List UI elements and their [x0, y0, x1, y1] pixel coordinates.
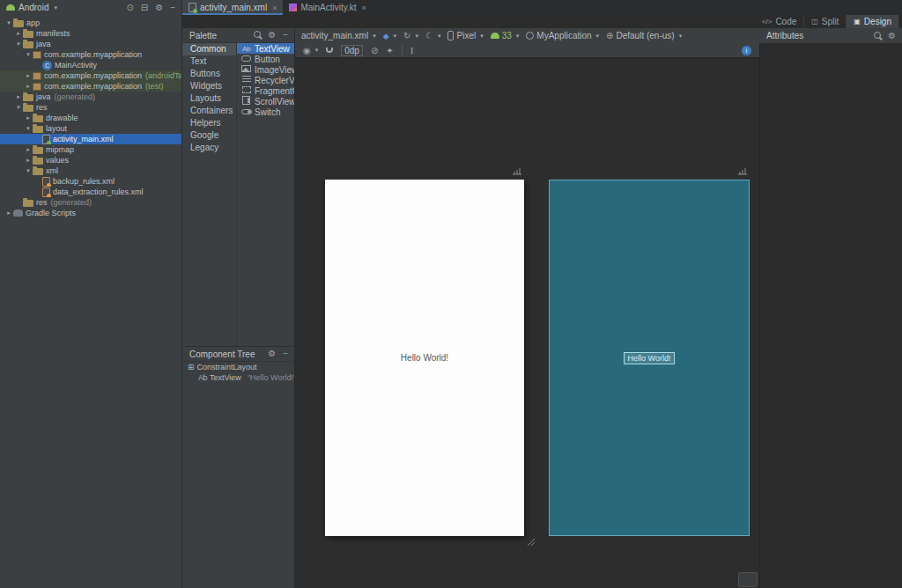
- chevron-right-icon[interactable]: ▸: [24, 83, 33, 90]
- tree-item-package-main[interactable]: ▾ com.example.myapplication: [0, 49, 181, 60]
- palette-category-widgets[interactable]: Widgets: [182, 80, 236, 92]
- clear-constraints-button[interactable]: ⊘: [371, 46, 378, 55]
- tree-item-layout[interactable]: ▾ layout: [0, 123, 181, 134]
- chevron-down-icon[interactable]: ▾: [14, 40, 23, 48]
- tree-item-gradle-scripts[interactable]: ▸ Gradle Scripts: [0, 208, 181, 218]
- tree-item-mainactivity[interactable]: C MainActivity: [0, 60, 181, 70]
- device-selector[interactable]: Pixel ▾: [447, 31, 483, 40]
- tree-item-java[interactable]: ▾ java: [0, 39, 181, 49]
- palette-category-helpers[interactable]: Helpers: [182, 117, 236, 129]
- hide-panel-icon[interactable]: −: [280, 349, 291, 358]
- palette-category-buttons[interactable]: Buttons: [182, 68, 236, 80]
- chevron-right-icon[interactable]: ▸: [4, 209, 13, 217]
- palette-item-imageview[interactable]: ImageView: [237, 64, 294, 75]
- close-icon[interactable]: ×: [272, 4, 277, 12]
- chevron-down-icon[interactable]: ▾: [24, 51, 33, 58]
- tree-item-res-generated[interactable]: res (generated): [0, 197, 181, 208]
- api-level-label: 33: [502, 31, 512, 40]
- theme-selector[interactable]: MyApplication ▾: [526, 31, 599, 40]
- palette-category-common[interactable]: Common: [182, 43, 236, 55]
- tree-item-label: res: [36, 103, 48, 112]
- close-icon[interactable]: ×: [362, 4, 366, 12]
- chevron-right-icon[interactable]: ▸: [24, 146, 33, 153]
- settings-gear-icon[interactable]: ⚙: [152, 4, 166, 12]
- tree-item-mipmap[interactable]: ▸ mipmap: [0, 144, 181, 155]
- mode-split-button[interactable]: ◫ Split: [803, 15, 846, 28]
- chevron-right-icon[interactable]: ▸: [24, 157, 33, 164]
- chevron-right-icon[interactable]: ▸: [24, 114, 33, 121]
- infer-constraints-button[interactable]: ✦: [386, 46, 393, 55]
- locale-selector[interactable]: ⊕ Default (en-us) ▾: [606, 31, 682, 40]
- component-item-textview[interactable]: Ab TextView "Hello World!": [182, 372, 294, 383]
- info-icon[interactable]: i: [742, 46, 751, 55]
- project-view-selector[interactable]: Android: [18, 3, 48, 12]
- tree-item-res[interactable]: ▾ res: [0, 102, 181, 113]
- tree-item-java-generated[interactable]: ▸ java (generated): [0, 92, 181, 102]
- component-item-constraintlayout[interactable]: ⊞ ConstraintLayout: [182, 362, 294, 372]
- palette-category-google[interactable]: Google: [182, 129, 236, 142]
- theme-selector-label: MyApplication: [536, 31, 591, 40]
- palette-category-legacy[interactable]: Legacy: [182, 142, 236, 154]
- resize-handle[interactable]: [526, 537, 536, 548]
- tree-item-values[interactable]: ▸ values: [0, 155, 181, 165]
- android-icon: [491, 33, 499, 39]
- hide-panel-icon[interactable]: −: [167, 4, 178, 12]
- chevron-down-icon: ▾: [315, 47, 319, 54]
- chevron-down-icon[interactable]: ▾: [54, 4, 57, 11]
- tab-mainactivity-kt[interactable]: MainActivity.kt ×: [283, 0, 372, 15]
- rotate-icon: ↻: [403, 31, 410, 40]
- palette-item-textview[interactable]: Ab TextView: [237, 43, 294, 54]
- tree-item-suffix: (generated): [55, 92, 96, 101]
- chevron-right-icon[interactable]: ▸: [14, 30, 23, 37]
- chevron-right-icon[interactable]: ▸: [24, 72, 33, 79]
- file-selector[interactable]: activity_main.xml ▾: [301, 31, 376, 40]
- tree-item-package-androidtest[interactable]: ▸ com.example.myapplication (androidTest…: [0, 70, 181, 81]
- chevron-right-icon[interactable]: ▸: [14, 93, 23, 100]
- tree-item-xml[interactable]: ▾ xml: [0, 165, 181, 176]
- tree-item-manifests[interactable]: ▸ manifests: [0, 28, 181, 39]
- chevron-down-icon[interactable]: ▾: [14, 104, 23, 111]
- collapse-all-icon[interactable]: ⊟: [138, 4, 151, 12]
- gear-icon[interactable]: ⚙: [265, 31, 278, 40]
- locate-file-icon[interactable]: ⊙: [123, 4, 136, 12]
- search-icon[interactable]: [873, 31, 884, 41]
- palette-category-layouts[interactable]: Layouts: [182, 92, 236, 105]
- chevron-down-icon[interactable]: ▾: [24, 125, 33, 132]
- palette-item-switch[interactable]: Switch: [237, 107, 294, 117]
- tree-item-package-test[interactable]: ▸ com.example.myapplication (test): [0, 81, 181, 92]
- view-options-button[interactable]: ◉ ▾: [303, 46, 318, 55]
- palette-item-fragmentcontainerview[interactable]: FragmentC…: [237, 85, 294, 96]
- design-canvas[interactable]: Hello World! Hello World!: [295, 58, 759, 588]
- chevron-down-icon[interactable]: ▾: [24, 167, 33, 174]
- night-mode-selector[interactable]: ☾ ▾: [425, 31, 440, 40]
- gear-icon[interactable]: ⚙: [885, 32, 898, 40]
- api-level-selector[interactable]: 33 ▾: [491, 31, 520, 40]
- tab-activity-main-xml[interactable]: activity_main.xml ×: [182, 0, 283, 15]
- search-icon[interactable]: [253, 30, 263, 40]
- mode-design-button[interactable]: ▣ Design: [846, 15, 898, 28]
- palette-item-button[interactable]: Button: [237, 54, 294, 64]
- text-cursor-button[interactable]: I: [410, 45, 414, 55]
- orientation-selector[interactable]: ↻ ▾: [403, 31, 418, 40]
- palette-category-containers[interactable]: Containers: [182, 105, 236, 117]
- autoconnect-button[interactable]: [326, 48, 333, 53]
- design-view-preview[interactable]: Hello World!: [325, 180, 524, 536]
- tree-item-activity-main-xml[interactable]: activity_main.xml: [0, 134, 181, 144]
- hello-world-textview[interactable]: Hello World!: [401, 353, 448, 363]
- palette-item-scrollview[interactable]: ScrollView: [237, 96, 294, 107]
- zoom-controls-collapsed[interactable]: [738, 572, 758, 587]
- design-surface-selector[interactable]: ◆ ▾: [383, 32, 396, 40]
- tree-item-drawable[interactable]: ▸ drawable: [0, 113, 181, 123]
- hello-world-textview-blueprint[interactable]: Hello World!: [624, 352, 676, 364]
- default-margins-button[interactable]: 0dp: [341, 45, 363, 56]
- palette-item-recyclerview[interactable]: RecyclerView: [237, 75, 294, 85]
- tree-item-app[interactable]: ▾ app: [0, 18, 181, 28]
- tree-item-data-extraction-rules[interactable]: data_extraction_rules.xml: [0, 187, 181, 197]
- chevron-down-icon[interactable]: ▾: [4, 19, 13, 26]
- mode-code-button[interactable]: </> Code: [755, 15, 803, 28]
- gear-icon[interactable]: ⚙: [265, 349, 278, 358]
- hide-panel-icon[interactable]: −: [280, 31, 291, 40]
- blueprint-view-preview[interactable]: Hello World!: [549, 180, 750, 536]
- tree-item-backup-rules[interactable]: backup_rules.xml: [0, 176, 181, 187]
- palette-category-text[interactable]: Text: [182, 55, 236, 68]
